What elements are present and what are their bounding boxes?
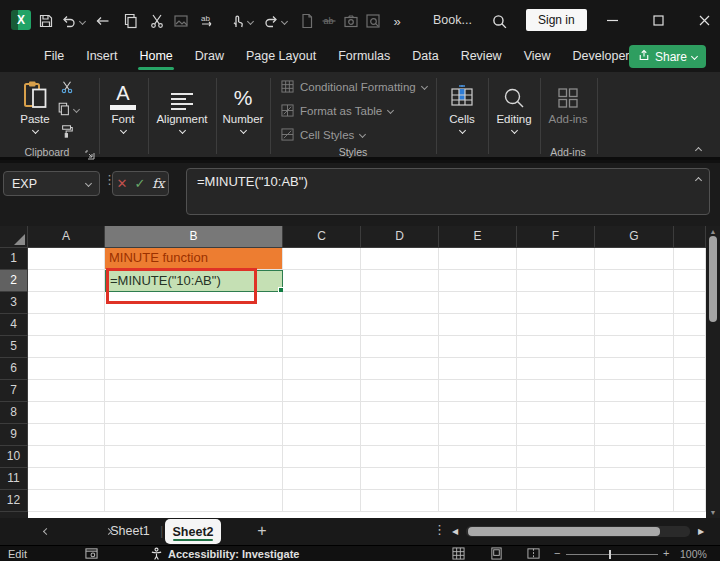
excel-logo-icon[interactable]: X	[11, 10, 31, 30]
cell-F10[interactable]	[517, 446, 595, 468]
cell-F12[interactable]	[517, 490, 595, 512]
tab-page-layout[interactable]: Page Layout	[244, 40, 318, 72]
name-box[interactable]: EXP	[3, 171, 100, 196]
cell-E2[interactable]	[439, 270, 517, 292]
tab-developer[interactable]: Developer	[571, 40, 632, 72]
row-header-2[interactable]: 2	[0, 270, 28, 292]
cell-x4[interactable]	[674, 314, 706, 336]
column-header-F[interactable]: F	[517, 226, 595, 248]
sheet-options-icon[interactable]: ⋮	[433, 522, 446, 537]
cell-C7[interactable]	[283, 380, 361, 402]
column-header-C[interactable]: C	[283, 226, 361, 248]
cell-x7[interactable]	[674, 380, 706, 402]
row-header-8[interactable]: 8	[0, 402, 28, 424]
page-layout-view-icon[interactable]	[490, 547, 503, 561]
cell-E7[interactable]	[439, 380, 517, 402]
cell-C10[interactable]	[283, 446, 361, 468]
cell-C5[interactable]	[283, 336, 361, 358]
save-icon[interactable]	[37, 12, 55, 30]
preview-icon[interactable]	[364, 12, 382, 30]
cell-B9[interactable]	[105, 424, 283, 446]
sheet-tab-sheet1[interactable]: Sheet1	[104, 518, 156, 545]
collapse-formula-bar-icon[interactable]	[695, 177, 702, 184]
cell-B8[interactable]	[105, 402, 283, 424]
cell-G7[interactable]	[595, 380, 674, 402]
cell-B1[interactable]: MINUTE function	[105, 248, 283, 270]
cell-C12[interactable]	[283, 490, 361, 512]
undo-icon[interactable]	[60, 12, 78, 30]
sheet-tab-sheet2[interactable]: Sheet2	[165, 519, 221, 544]
cell-E4[interactable]	[439, 314, 517, 336]
cell-D9[interactable]	[361, 424, 439, 446]
copy-icon[interactable]	[122, 12, 140, 30]
cell-F1[interactable]	[517, 248, 595, 270]
cell-B12[interactable]	[105, 490, 283, 512]
cell-A2[interactable]	[28, 270, 105, 292]
cell-A12[interactable]	[28, 490, 105, 512]
cell-B11[interactable]	[105, 468, 283, 490]
zoom-slider[interactable]	[566, 554, 658, 555]
cell-x11[interactable]	[674, 468, 706, 490]
cell-F4[interactable]	[517, 314, 595, 336]
cell-G2[interactable]	[595, 270, 674, 292]
cell-F3[interactable]	[517, 292, 595, 314]
cell-A5[interactable]	[28, 336, 105, 358]
cell-C9[interactable]	[283, 424, 361, 446]
cell-G12[interactable]	[595, 490, 674, 512]
paste-button[interactable]: Paste	[14, 76, 56, 133]
cell-F9[interactable]	[517, 424, 595, 446]
cell-E5[interactable]	[439, 336, 517, 358]
row-header-11[interactable]: 11	[0, 468, 28, 490]
row-header-4[interactable]: 4	[0, 314, 28, 336]
cell-F11[interactable]	[517, 468, 595, 490]
cell-D7[interactable]	[361, 380, 439, 402]
cell-D4[interactable]	[361, 314, 439, 336]
cell-D3[interactable]	[361, 292, 439, 314]
formula-input[interactable]: =MINUTE("10:AB")	[186, 168, 710, 215]
add-ins-button[interactable]: Add-ins	[541, 76, 595, 125]
cell-F5[interactable]	[517, 336, 595, 358]
cell-G6[interactable]	[595, 358, 674, 380]
name-box-dropdown-icon[interactable]	[85, 180, 92, 187]
cell-A3[interactable]	[28, 292, 105, 314]
cell-A11[interactable]	[28, 468, 105, 490]
new-file-icon[interactable]	[298, 12, 316, 30]
more-commands-icon[interactable]: »	[388, 12, 406, 30]
search-icon[interactable]	[490, 12, 508, 30]
cell-styles-button[interactable]: Cell Styles	[281, 128, 365, 141]
cell-C6[interactable]	[283, 358, 361, 380]
hscroll-right-icon[interactable]: ▶	[698, 527, 704, 536]
cell-F2[interactable]	[517, 270, 595, 292]
cell-E6[interactable]	[439, 358, 517, 380]
cell-x12[interactable]	[674, 490, 706, 512]
macro-record-icon[interactable]	[85, 547, 98, 561]
column-header-D[interactable]: D	[361, 226, 439, 248]
undo-dropdown-icon[interactable]	[79, 18, 86, 25]
editing-group-button[interactable]: Editing	[489, 76, 539, 133]
tab-data[interactable]: Data	[410, 40, 440, 72]
cell-D10[interactable]	[361, 446, 439, 468]
maximize-button[interactable]	[643, 0, 673, 40]
cell-x9[interactable]	[674, 424, 706, 446]
scroll-up-icon[interactable]: ▲	[706, 228, 720, 235]
cell-E8[interactable]	[439, 402, 517, 424]
close-button[interactable]	[689, 0, 719, 40]
cell-D2[interactable]	[361, 270, 439, 292]
cell-x2[interactable]	[674, 270, 706, 292]
cell-x8[interactable]	[674, 402, 706, 424]
confirm-icon[interactable]: ✓	[134, 176, 145, 191]
tab-home[interactable]: Home	[137, 40, 174, 72]
share-button[interactable]: Share	[629, 45, 706, 68]
add-sheet-button[interactable]: +	[252, 518, 272, 545]
row-header-9[interactable]: 9	[0, 424, 28, 446]
cell-B5[interactable]	[105, 336, 283, 358]
redo-icon[interactable]	[262, 12, 280, 30]
zoom-in-button[interactable]: +	[663, 547, 669, 559]
redo-dropdown-icon[interactable]	[281, 18, 288, 25]
cell-B7[interactable]	[105, 380, 283, 402]
vertical-scrollbar-thumb[interactable]	[709, 236, 717, 322]
sign-in-button[interactable]: Sign in	[526, 9, 587, 31]
font-group-button[interactable]: A Font	[100, 76, 146, 133]
cell-C3[interactable]	[283, 292, 361, 314]
zoom-slider-thumb[interactable]	[609, 550, 611, 559]
